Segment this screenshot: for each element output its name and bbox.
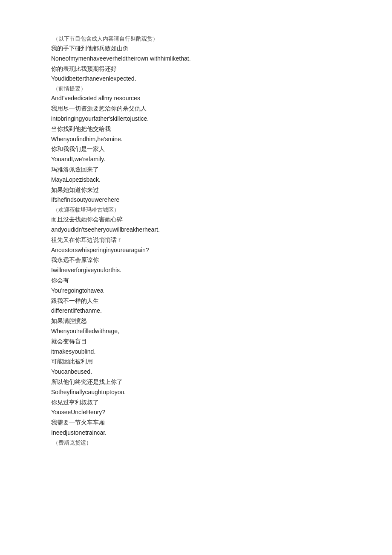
subtitle-line-l9: intobringingyourfather'skillertojustice.	[51, 114, 341, 124]
subtitle-content: （以下节目包含成人内容请自行斟酌观赏）我的手下碰到他都兵败如山倒Noneofmy…	[51, 34, 341, 447]
subtitle-line-l32: itmakesyoublind.	[51, 347, 341, 357]
subtitle-line-l39: 我需要一节火车车厢	[51, 418, 341, 428]
subtitle-line-l33: 可能因此被利用	[51, 357, 341, 367]
subtitle-line-l38: YouseeUncleHenry?	[51, 407, 341, 418]
subtitle-line-l20: andyoudidn'tseeheryouwillbreakherheart.	[51, 225, 341, 235]
subtitle-line-l18: （欢迎莅临塔玛哈古城区）	[53, 205, 341, 215]
subtitle-line-l19: 而且没去找她你会害她心碎	[51, 215, 341, 225]
subtitle-line-l14: 玛雅洛佩兹回来了	[51, 165, 341, 175]
subtitle-line-l29: 如果满腔愤怒	[51, 316, 341, 326]
subtitle-line-l8: 我用尽一切资源要惩治你的杀父仇人	[51, 104, 341, 114]
subtitle-line-l12: 你和我我们是一家人	[51, 144, 341, 154]
subtitle-line-l2: 我的手下碰到他都兵败如山倒	[51, 44, 341, 54]
subtitle-line-l4: 你的表现比我预期得还好	[51, 64, 341, 74]
subtitle-line-l40: Ineedjustonetraincar.	[51, 428, 341, 438]
subtitle-line-l34: Youcanbeused.	[51, 367, 341, 377]
subtitle-line-l37: 你见过亨利叔叔了	[51, 398, 341, 408]
subtitle-line-l41: （费斯克货运）	[53, 438, 341, 447]
subtitle-line-l17: Ifshefindsoutyouwerehere	[51, 195, 341, 205]
subtitle-line-l28: differentlifethanme.	[51, 306, 341, 316]
subtitle-line-l36: Sotheyfinallycaughtuptoyou.	[51, 387, 341, 398]
subtitle-line-l30: Whenyou'refilledwithrage,	[51, 326, 341, 337]
subtitle-line-l10: 当你找到他把他交给我	[51, 124, 341, 134]
subtitle-line-l26: You'regoingtohavea	[51, 286, 341, 296]
subtitle-line-l7: AndI'vededicated allmy resources	[51, 93, 341, 104]
subtitle-line-l23: 我永远不会原谅你	[51, 255, 341, 265]
subtitle-line-l3: Noneofmymenhaveeverheldtheirown withhiml…	[51, 54, 341, 64]
subtitle-line-l15: MayaLopezisback.	[51, 175, 341, 185]
subtitle-line-l5: Youdidbetterthanevenlexpected.	[51, 74, 341, 84]
subtitle-line-l31: 就会变得盲目	[51, 337, 341, 347]
subtitle-line-l27: 跟我不一样的人生	[51, 296, 341, 306]
subtitle-line-l21: 祖先又在你耳边说悄悄话 r	[51, 235, 341, 245]
subtitle-line-l11: Whenyoufindhim,he'smine.	[51, 134, 341, 145]
subtitle-line-l24: Iwillneverforgiveyouforthis.	[51, 265, 341, 276]
subtitle-line-l25: 你会有	[51, 276, 341, 286]
subtitle-line-l22: Ancestorswhisperinginyourearagain?	[51, 245, 341, 256]
subtitle-line-l1: （以下节目包含成人内容请自行斟酌观赏）	[53, 34, 341, 44]
subtitle-line-l13: YouandI,we'refamily.	[51, 154, 341, 165]
subtitle-line-l6: （前情提要）	[53, 84, 341, 93]
subtitle-line-l16: 如果她知道你来过	[51, 185, 341, 195]
subtitle-line-l35: 所以他们终究还是找上你了	[51, 377, 341, 387]
